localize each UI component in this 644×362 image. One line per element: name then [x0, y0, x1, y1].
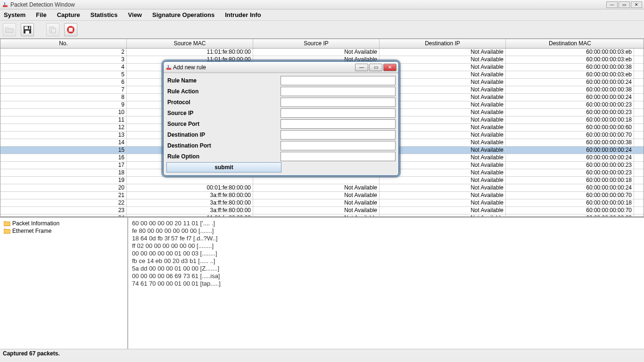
add-rule-dialog: Add new rule — ▭ ✕ Rule Name Rule Action…	[163, 61, 399, 176]
close-button[interactable]: ✕	[631, 1, 642, 8]
statusbar: Captured 67 packets.	[0, 349, 644, 358]
cell-no: 3	[0, 56, 127, 63]
hex-line: fe 80 00 00 00 00 00 00 [.......]	[132, 227, 640, 235]
label-rule-action: Rule Action	[165, 88, 281, 95]
input-source-ip[interactable]	[281, 108, 396, 118]
cell-dip: Not Available	[380, 177, 506, 184]
form-row-source-port: Source Port	[165, 118, 396, 129]
cell-dmac: 60:00:00:00:00:23	[506, 169, 634, 176]
column-header-no[interactable]: No.	[0, 39, 127, 48]
cell-dmac: 60:00:00:00:00:70	[506, 192, 634, 199]
hex-line: 00 00 00 00 00 01 00 03 [........]	[132, 250, 640, 257]
column-header-source-mac[interactable]: Source MAC	[127, 39, 253, 48]
cell-dip: Not Available	[380, 199, 506, 206]
cell-sip: Not Available	[253, 199, 380, 206]
copy-icon	[49, 26, 57, 33]
cell-no: 12	[0, 124, 127, 131]
table-row[interactable]: 213a:ff:fe:80:00:00Not AvailableNot Avai…	[0, 192, 644, 199]
cell-no: 11	[0, 116, 127, 123]
tree-pane[interactable]: Packet Information Ethernet Frame	[0, 218, 128, 349]
column-header-destination-ip[interactable]: Destination IP	[380, 39, 506, 48]
dialog-maximize-button[interactable]: ▭	[369, 64, 382, 71]
dialog-titlebar[interactable]: Add new rule — ▭ ✕	[164, 62, 398, 73]
cell-dmac: 60:00:00:00:00:23	[506, 162, 634, 169]
submit-button[interactable]: submit	[166, 162, 281, 173]
titlebar: Packet Detection Window — ▭ ✕	[0, 0, 644, 9]
cell-dip: Not Available	[380, 192, 506, 199]
cell-dmac: 60:00:00:00:00:38	[506, 139, 634, 146]
dialog-body: Rule Name Rule Action Protocol Source IP…	[164, 73, 398, 175]
bottom-panes: Packet Information Ethernet Frame 60 00 …	[0, 217, 644, 349]
input-rule-option[interactable]	[281, 152, 396, 161]
cell-dip: Not Available	[380, 207, 506, 214]
minimize-button[interactable]: —	[606, 1, 618, 8]
label-destination-ip: Destination IP	[165, 132, 281, 138]
save-button[interactable]	[21, 23, 34, 36]
cell-dmac: 60:00:00:00:00:24	[506, 94, 634, 101]
svg-rect-8	[69, 28, 73, 32]
table-row[interactable]: 211:01:fe:80:00:00Not AvailableNot Avail…	[0, 49, 644, 56]
maximize-button[interactable]: ▭	[619, 1, 630, 8]
menu-intruder-info[interactable]: Intruder Info	[223, 10, 263, 19]
cell-no: 22	[0, 199, 127, 206]
column-header-destination-mac[interactable]: Destination MAC	[506, 39, 634, 48]
hex-line: 5a dd 00 00 00 01 00 00 [Z.......]	[132, 265, 640, 272]
java-icon	[2, 1, 8, 8]
cell-dmac: 60:00:00:00:00:18	[506, 199, 634, 206]
column-header-source-ip[interactable]: Source IP	[253, 39, 380, 48]
input-source-port[interactable]	[281, 119, 396, 129]
hex-line: 18 64 0d fb 3f 57 fe f7 [.d..?W..]	[132, 235, 640, 242]
cell-no: 7	[0, 86, 127, 93]
input-rule-name[interactable]	[281, 76, 396, 85]
table-row[interactable]: 233a:ff:fe:80:00:00Not AvailableNot Avai…	[0, 207, 644, 214]
cell-dmac: 60:00:00:00:00:70	[506, 132, 634, 139]
cell-no: 14	[0, 139, 127, 146]
stop-icon	[66, 25, 75, 34]
dialog-close-button[interactable]: ✕	[383, 64, 396, 71]
menu-view[interactable]: View	[126, 10, 144, 19]
dialog-minimize-button[interactable]: —	[355, 64, 368, 71]
menu-capture[interactable]: Capture	[55, 10, 82, 19]
input-destination-ip[interactable]	[281, 130, 396, 140]
cell-dip: Not Available	[380, 56, 506, 63]
table-header: No. Source MAC Source IP Destination IP …	[0, 39, 644, 49]
copy-button[interactable]	[46, 23, 59, 36]
cell-no: 21	[0, 192, 127, 199]
cell-sip	[253, 177, 380, 184]
cell-smac: 3a:ff:fe:80:00:00	[127, 192, 253, 199]
table-row[interactable]: 223a:ff:fe:80:00:00Not AvailableNot Avai…	[0, 199, 644, 207]
input-rule-action[interactable]	[281, 87, 396, 96]
input-destination-port[interactable]	[281, 141, 396, 150]
form-row-rule-option: Rule Option	[165, 151, 396, 162]
cell-smac: 00:01:fe:80:00:00	[127, 184, 253, 191]
menu-system[interactable]: System	[2, 10, 27, 19]
cell-dmac: 60:00:00:00:00:23	[506, 101, 634, 108]
input-protocol[interactable]	[281, 98, 396, 107]
cell-no: 17	[0, 162, 127, 169]
tree-item-ethernet-frame[interactable]: Ethernet Frame	[2, 227, 125, 235]
cell-dmac: 60:00:00:00:00:24	[506, 154, 634, 161]
table-row[interactable]: 2000:01:fe:80:00:00Not AvailableNot Avai…	[0, 184, 644, 192]
cell-no: 10	[0, 109, 127, 116]
hex-dump-pane[interactable]: 60 00 00 00 00 20 11 01 ['.... .]fe 80 0…	[128, 218, 644, 349]
table-row[interactable]: 19Not Available60:00:00:00:00:18	[0, 177, 644, 184]
cell-dmac: 60:00:00:00:03:eb	[506, 56, 634, 63]
tree-item-packet-info[interactable]: Packet Information	[2, 220, 125, 227]
form-row-destination-ip: Destination IP	[165, 129, 396, 140]
cell-smac	[127, 177, 253, 184]
label-source-ip: Source IP	[165, 110, 281, 116]
tree-label: Packet Information	[12, 220, 59, 227]
label-rule-name: Rule Name	[165, 77, 281, 84]
menu-file[interactable]: File	[34, 10, 48, 19]
folder-icon	[4, 221, 10, 226]
menu-signature-operations[interactable]: Signature Operations	[150, 10, 216, 19]
cell-dmac: 60:00:00:00:00:70	[506, 207, 634, 214]
open-button[interactable]	[3, 23, 16, 36]
cell-dmac: 60:00:00:00:00:18	[506, 177, 634, 184]
cell-dmac: 60:00:00:00:03:eb	[506, 71, 634, 78]
cell-no: 13	[0, 132, 127, 139]
stop-capture-button[interactable]	[64, 23, 77, 36]
hex-line: 74 61 70 00 00 01 00 01 [tap.....]	[132, 280, 640, 288]
floppy-disk-icon	[23, 25, 32, 34]
menu-statistics[interactable]: Statistics	[89, 10, 120, 19]
